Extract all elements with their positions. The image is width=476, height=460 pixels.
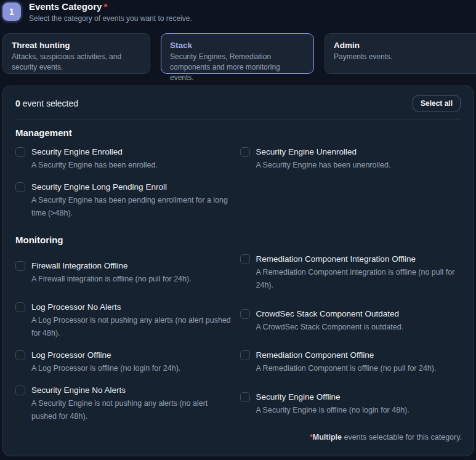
event-item-log-processor-no-alerts[interactable]: Log Processor No Alerts A Log Processor … xyxy=(15,302,236,340)
event-title: Remediation Component Integration Offlin… xyxy=(256,254,456,265)
category-card-row: Threat hunting Attacks, suspicious activ… xyxy=(0,33,476,74)
event-title: Log Processor No Alerts xyxy=(31,302,232,313)
events-category-page: 1 Events Category* Select the category o… xyxy=(0,0,476,460)
page-title: Events Category* xyxy=(29,1,192,12)
event-item-security-engine-offline[interactable]: Security Engine Offline A Security Engin… xyxy=(240,392,461,417)
category-title: Admin xyxy=(334,41,475,50)
checkbox[interactable] xyxy=(15,147,25,157)
event-description: A Security Engine has been unenrolled. xyxy=(256,159,391,172)
event-text: Security Engine No Alerts A Security Eng… xyxy=(31,385,236,423)
selection-count-row: 0event selected Select all xyxy=(13,94,463,111)
event-item-security-engine-no-alerts[interactable]: Security Engine No Alerts A Security Eng… xyxy=(15,385,236,423)
category-card-threat-hunting[interactable]: Threat hunting Attacks, suspicious activ… xyxy=(2,33,150,74)
event-title: Firewall Integration Offline xyxy=(31,260,192,272)
category-title: Threat hunting xyxy=(12,41,141,50)
event-title: CrowdSec Stack Component Outdated xyxy=(256,309,404,320)
checkbox[interactable] xyxy=(15,385,25,395)
divider xyxy=(15,119,461,119)
event-text: Remediation Component Integration Offlin… xyxy=(256,254,461,292)
event-description: A Remediation Component is offline (no p… xyxy=(256,362,437,375)
category-description: Attacks, suspicious activities, and secu… xyxy=(12,52,141,73)
footer-text: events selectable for this category. xyxy=(342,433,462,442)
event-description: A Log Processor is not pushing any alert… xyxy=(31,314,232,340)
event-text: Log Processor Offline A Log Processor is… xyxy=(31,350,185,375)
event-text: Security Engine Enrolled A Security Engi… xyxy=(31,147,163,172)
checkbox[interactable] xyxy=(15,350,25,360)
event-text: CrowdSec Stack Component Outdated A Crow… xyxy=(256,309,409,334)
header-text: Events Category* Select the category of … xyxy=(29,1,192,23)
footer-bold-text: Multiple xyxy=(313,433,342,442)
category-card-stack[interactable]: Stack Security Engines, Remediation comp… xyxy=(161,33,314,74)
panel-footer-note: *Multiple events selectable for this cat… xyxy=(13,433,463,442)
category-description: Security Engines, Remediation components… xyxy=(170,52,305,83)
event-item-security-engine-enrolled[interactable]: Security Engine Enrolled A Security Engi… xyxy=(15,147,236,172)
category-card-admin[interactable]: Admin Payments events. xyxy=(325,33,476,74)
page-title-text: Events Category xyxy=(29,1,102,12)
group-heading-monitoring: Monitoring xyxy=(15,235,461,245)
event-text: Firewall Integration Offline A Firewall … xyxy=(31,260,196,286)
category-title: Stack xyxy=(170,41,305,50)
event-item-security-engine-unenrolled[interactable]: Security Engine Unenrolled A Security En… xyxy=(240,147,461,172)
event-text: Security Engine Unenrolled A Security En… xyxy=(256,147,396,172)
event-item-log-processor-offline[interactable]: Log Processor Offline A Log Processor is… xyxy=(15,350,236,375)
selected-count: 0 xyxy=(15,99,20,108)
checkbox[interactable] xyxy=(240,392,250,402)
management-event-grid: Security Engine Enrolled A Security Engi… xyxy=(13,147,463,220)
page-header: 1 Events Category* Select the category o… xyxy=(0,0,476,23)
event-description: A Security Engine has been enrolled. xyxy=(31,159,158,172)
event-item-remediation-component-integration-offline[interactable]: Remediation Component Integration Offlin… xyxy=(240,254,461,292)
checkbox[interactable] xyxy=(240,254,250,264)
event-text: Security Engine Long Pending Enroll A Se… xyxy=(31,182,236,220)
event-title: Security Engine Long Pending Enroll xyxy=(31,182,232,193)
step-number-badge: 1 xyxy=(2,2,21,21)
event-description: A Remediation Component integration is o… xyxy=(256,266,456,292)
event-title: Security Engine Unenrolled xyxy=(256,147,391,158)
event-title: Log Processor Offline xyxy=(31,350,180,361)
monitoring-event-grid: Firewall Integration Offline A Firewall … xyxy=(13,254,463,423)
checkbox[interactable] xyxy=(240,147,250,157)
event-text: Remediation Component Offline A Remediat… xyxy=(256,350,442,375)
event-description: A Security Engine has been pending enrol… xyxy=(31,194,232,220)
event-text: Security Engine Offline A Security Engin… xyxy=(256,392,414,417)
group-heading-management: Management xyxy=(15,127,461,138)
selection-count-text: 0event selected xyxy=(15,99,78,108)
event-item-security-engine-long-pending-enroll[interactable]: Security Engine Long Pending Enroll A Se… xyxy=(15,182,236,220)
select-all-button[interactable]: Select all xyxy=(413,95,461,111)
event-title: Remediation Component Offline xyxy=(256,350,437,361)
event-description: A CrowdSec Stack Component is outdated. xyxy=(256,321,404,334)
event-item-crowdsec-stack-component-outdated[interactable]: CrowdSec Stack Component Outdated A Crow… xyxy=(240,309,461,334)
event-description: A Firewall integration is offline (no pu… xyxy=(31,273,192,286)
event-title: Security Engine Enrolled xyxy=(31,147,158,158)
events-selection-panel: 0event selected Select all Management Se… xyxy=(2,86,474,456)
checkbox[interactable] xyxy=(15,261,25,271)
required-asterisk: * xyxy=(103,1,107,12)
checkbox[interactable] xyxy=(15,302,25,312)
event-description: A Security Engine is not pushing any ale… xyxy=(31,397,232,423)
checkbox[interactable] xyxy=(15,182,25,192)
category-description: Payments events. xyxy=(334,52,475,62)
event-text: Log Processor No Alerts A Log Processor … xyxy=(31,302,236,340)
checkbox[interactable] xyxy=(240,309,250,319)
checkbox[interactable] xyxy=(240,350,250,360)
page-subtitle: Select the category of events you want t… xyxy=(29,14,192,23)
selected-count-label: event selected xyxy=(23,99,78,108)
event-description: A Log Processor is offline (no login for… xyxy=(31,362,180,375)
event-title: Security Engine No Alerts xyxy=(31,385,232,396)
event-item-firewall-integration-offline[interactable]: Firewall Integration Offline A Firewall … xyxy=(15,260,236,286)
event-item-remediation-component-offline[interactable]: Remediation Component Offline A Remediat… xyxy=(240,350,461,375)
event-title: Security Engine Offline xyxy=(256,392,409,403)
event-description: A Security Engine is offline (no login f… xyxy=(256,404,409,417)
